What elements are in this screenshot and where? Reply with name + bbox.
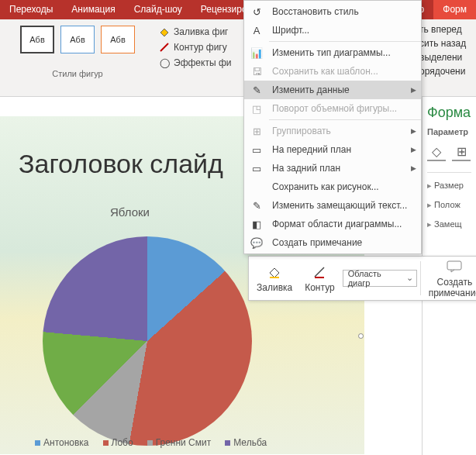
legend-item[interactable]: Гренни Смит (147, 437, 212, 448)
legend-item[interactable]: Мельба (225, 437, 267, 448)
separator (420, 261, 421, 295)
ctx-item[interactable]: 📊Изменить тип диаграммы... (244, 43, 421, 62)
format-section-size[interactable]: Размер (427, 176, 471, 195)
submenu-arrow-icon: ▶ (411, 146, 416, 153)
chart-element-combo[interactable]: Область диагр (343, 270, 417, 287)
ctx-item: ⊞Группировать▶ (244, 122, 421, 140)
legend-item[interactable]: Лобо (103, 437, 133, 448)
shape-fill-button[interactable]: Заливка фиг (158, 26, 231, 38)
ctx-icon: A (249, 22, 264, 38)
pie-chart[interactable] (43, 236, 252, 446)
ctx-item: ◳Поворот объемной фигуры... (244, 99, 421, 118)
arrange[interactable]: орядочени (419, 66, 473, 77)
bucket-icon (266, 264, 283, 281)
chart-legend: Антоновка Лобо Гренни Смит Мельба (35, 437, 267, 448)
ctx-icon: ↺ (249, 4, 264, 19)
ctx-icon: ◧ (249, 216, 264, 232)
selection-pane[interactable]: выделени (419, 52, 473, 63)
chart-title[interactable]: Яблоки (110, 205, 150, 219)
submenu-arrow-icon: ▶ (411, 86, 416, 94)
bucket-icon (158, 26, 171, 38)
ctx-icon: 🖫 (249, 64, 264, 79)
mini-new-comment-button[interactable]: Создатьпримечание (424, 257, 476, 300)
tab-transitions[interactable]: Переходы (0, 0, 62, 19)
ctx-icon (249, 179, 264, 195)
ctx-item[interactable]: ▭На задний план▶ (244, 159, 421, 178)
mini-outline-button[interactable]: Контур (300, 262, 339, 295)
ctx-item[interactable]: ◧Формат области диаграммы... (244, 215, 421, 233)
shape-fill-menu: Заливка фиг Контур фигу ◯ Эффекты фи (155, 19, 231, 96)
format-section-alttext[interactable]: Замещ (427, 215, 471, 234)
comment-icon (446, 258, 463, 275)
tab-format[interactable]: Форм (433, 0, 476, 19)
ctx-icon: ✎ (249, 82, 264, 98)
fill-line-tab-icon[interactable]: ◇ (427, 143, 446, 161)
size-tab-icon[interactable]: ⊞ (452, 143, 471, 161)
ctx-icon: ▭ (249, 142, 264, 157)
slide-title[interactable]: Заголовок слайд (19, 149, 223, 179)
ctx-item[interactable]: ▭На передний план▶ (244, 140, 421, 159)
svg-rect-1 (315, 277, 324, 278)
ctx-item[interactable]: Сохранить как рисунок... (244, 178, 421, 196)
arrange-group: ть вперед сить назад выделени орядочени (416, 19, 476, 96)
ctx-item[interactable]: ✎Изменить данные▶ (244, 81, 421, 99)
ctx-item[interactable]: 💬Создать примечание (244, 233, 421, 252)
tab-animation[interactable]: Анимация (62, 0, 124, 19)
ctx-icon: ◳ (249, 101, 264, 116)
style-preset-1[interactable]: Абв (20, 26, 54, 53)
format-pane-title: Форма (427, 105, 471, 121)
mini-toolbar: Заливка Контур Область диагр Создатьприм… (248, 256, 476, 301)
svg-rect-0 (270, 277, 279, 278)
legend-item[interactable]: Антоновка (35, 437, 89, 448)
resize-handle[interactable] (358, 333, 364, 339)
submenu-arrow-icon: ▶ (411, 164, 416, 172)
pen-icon (158, 41, 171, 53)
submenu-arrow-icon: ▶ (411, 127, 416, 135)
style-preset-3[interactable]: Абв (101, 26, 135, 53)
shape-outline-button[interactable]: Контур фигу (158, 41, 231, 53)
ctx-icon: ✎ (249, 198, 264, 213)
ctx-item[interactable]: ↺Восстановить стиль (244, 2, 421, 21)
svg-rect-2 (447, 261, 461, 270)
format-section-position[interactable]: Полож (427, 195, 471, 215)
format-pane-subtitle: Параметр (427, 127, 471, 136)
shape-styles-group: Абв Абв Абв Стили фигур (0, 19, 155, 96)
style-preset-2[interactable]: Абв (60, 26, 95, 53)
send-backward[interactable]: сить назад (419, 38, 473, 49)
ctx-icon: ▭ (249, 160, 264, 176)
context-menu: ↺Восстановить стильAШрифт...📊Изменить ти… (243, 0, 422, 254)
ctx-icon: 💬 (249, 235, 264, 250)
ctx-item[interactable]: ✎Изменить замещающий текст... (244, 196, 421, 215)
ctx-icon: ⊞ (249, 123, 264, 139)
ctx-item: 🖫Сохранить как шаблон... (244, 62, 421, 81)
mini-fill-button[interactable]: Заливка (252, 262, 297, 295)
bring-forward[interactable]: ть вперед (419, 24, 473, 35)
group-label-styles: Стили фигур (52, 69, 102, 78)
ctx-item[interactable]: AШрифт... (244, 21, 421, 40)
shape-effects-button[interactable]: ◯ Эффекты фи (158, 57, 231, 69)
tab-slideshow[interactable]: Слайд-шоу (125, 0, 191, 19)
pen-icon (311, 264, 328, 281)
ctx-icon: 📊 (249, 45, 264, 60)
effects-icon: ◯ (158, 57, 171, 69)
